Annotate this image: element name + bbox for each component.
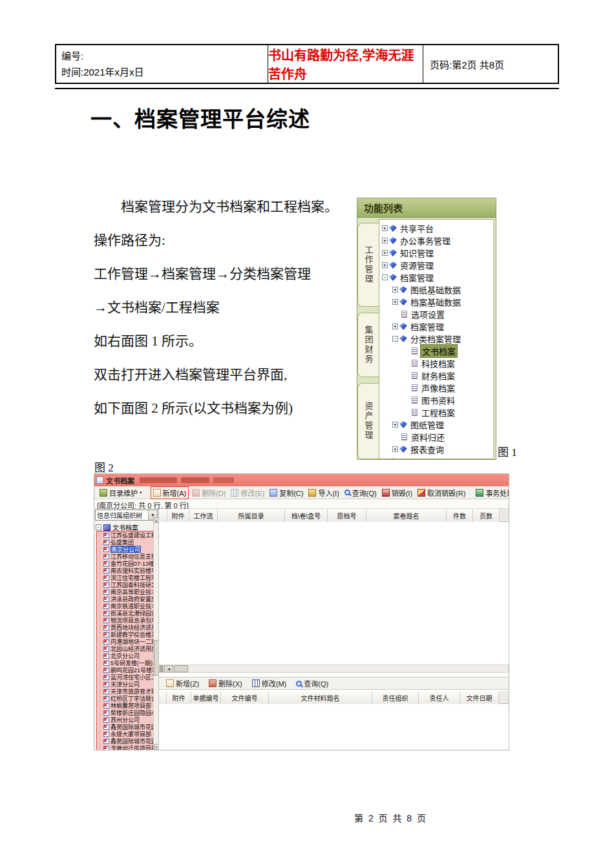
vertical-tab[interactable]: 工作管理 bbox=[357, 223, 379, 307]
expand-icon[interactable]: + bbox=[392, 446, 398, 452]
detail-toolbar-button-query[interactable]: 查询(Q) bbox=[294, 677, 330, 689]
tree-item[interactable]: -档案管理 bbox=[379, 271, 493, 284]
org-tree-item[interactable]: 新建教学综合楼及 bbox=[97, 631, 153, 638]
org-tree-item[interactable]: 鑫苑国际城市花园 bbox=[97, 723, 153, 730]
tree-item[interactable]: +档案管理 bbox=[379, 320, 493, 333]
org-tree-item[interactable]: 南农理科实验楼项 bbox=[97, 567, 153, 574]
tree-item[interactable]: +档案基础数据 bbox=[379, 296, 493, 308]
org-tree-item[interactable]: 物流项目总承包项 bbox=[97, 617, 153, 624]
column-header[interactable]: 附件 bbox=[167, 509, 189, 522]
org-tree-item[interactable]: 鹂鸣花园21号楼项 bbox=[97, 666, 153, 674]
scrollbar-thumb[interactable] bbox=[174, 665, 188, 672]
scroll-left-icon[interactable]: ◀ bbox=[164, 665, 173, 672]
org-tree-item[interactable]: 戈巷动迁房项目部 bbox=[97, 745, 153, 750]
column-header[interactable]: 页数 bbox=[473, 509, 500, 522]
org-tree-item[interactable]: 林枫馨苑项目部 bbox=[97, 702, 153, 709]
tree-item[interactable]: 财务档案 bbox=[379, 369, 493, 382]
org-tree-item[interactable]: 红桥区丁字沽联合 bbox=[97, 695, 153, 702]
tree-item[interactable]: 声像档案 bbox=[379, 382, 493, 394]
org-tree-item[interactable]: 苏州分公司 bbox=[97, 716, 153, 723]
org-tree-item[interactable]: 柴楼新庄园隐园4# bbox=[97, 709, 153, 716]
org-tree-item[interactable]: 内港湖地块一二期 bbox=[97, 638, 153, 645]
tree-item[interactable]: 科技档案 bbox=[379, 357, 493, 369]
expand-icon[interactable]: + bbox=[382, 459, 388, 459]
column-header[interactable]: 责任人 bbox=[419, 691, 460, 704]
column-header[interactable]: 单据编号 bbox=[191, 691, 221, 704]
expand-icon[interactable]: + bbox=[382, 238, 388, 243]
tree-item[interactable]: 选项设置 bbox=[379, 308, 493, 320]
column-header[interactable]: 附件 bbox=[167, 691, 191, 704]
toolbar-button-catalog[interactable]: 目录维护▾ bbox=[98, 487, 144, 499]
column-header[interactable]: 文件日期 bbox=[460, 691, 499, 704]
row-indicator-header[interactable] bbox=[159, 509, 167, 522]
column-header[interactable]: 责任组织 bbox=[372, 691, 419, 704]
column-header[interactable]: 件数 bbox=[447, 509, 473, 522]
expand-icon[interactable]: + bbox=[382, 225, 388, 231]
expand-icon[interactable]: + bbox=[392, 422, 398, 428]
org-tree-item[interactable]: 蓝河湾住宅小区二 bbox=[97, 674, 153, 681]
detail-toolbar-button-modify[interactable]: 修改(M) bbox=[250, 677, 289, 689]
org-tree-item[interactable]: 鑫苑国际城市花园 bbox=[97, 738, 153, 745]
vertical-tab[interactable]: 资产管理 bbox=[357, 383, 379, 459]
row-indicator-header[interactable] bbox=[159, 691, 167, 704]
tree-item[interactable]: 图书资料 bbox=[379, 394, 493, 406]
org-tree-item[interactable]: 北京分公司 bbox=[97, 652, 153, 659]
org-tree-item[interactable]: 南京高等职业技术 bbox=[97, 588, 153, 595]
toolbar-button-new[interactable]: 新增(A) bbox=[151, 486, 189, 499]
expand-icon[interactable]: + bbox=[392, 287, 398, 293]
tree-item[interactable]: -分类档案管理 bbox=[379, 333, 493, 345]
toolbar-button-modify[interactable]: 修改(E) bbox=[229, 487, 266, 499]
collapse-icon[interactable]: - bbox=[96, 524, 101, 530]
org-tree-scrollbar[interactable]: ▲ ▼ bbox=[153, 517, 158, 750]
scrollbar-thumb[interactable] bbox=[154, 640, 159, 676]
window-titlebar[interactable]: 文书档案 bbox=[94, 474, 509, 486]
org-tree-item[interactable]: 南京分公司 bbox=[97, 546, 153, 553]
org-tree-item[interactable]: 滨江住宅楼工程项 bbox=[97, 574, 153, 581]
expand-icon[interactable]: + bbox=[392, 324, 398, 329]
org-tree-item[interactable]: 天津市旅游育才职 bbox=[97, 688, 153, 695]
org-tree-item[interactable]: 郎溪县北港绿园安 bbox=[97, 610, 153, 617]
toolbar-button-copy[interactable]: 复制(C) bbox=[268, 487, 305, 499]
detail-toolbar-button-delete[interactable]: 删除(X) bbox=[207, 677, 244, 689]
tree-item[interactable]: +资源管理 bbox=[379, 259, 493, 271]
org-tree-item[interactable]: 洪泽县政府安置房 bbox=[97, 595, 153, 603]
column-header[interactable]: 工作流 bbox=[189, 509, 218, 522]
column-header[interactable]: 所属目录 bbox=[218, 509, 285, 522]
expand-icon[interactable]: + bbox=[382, 250, 388, 256]
scroll-up-icon[interactable]: ▲ bbox=[154, 517, 159, 523]
org-tree-item[interactable]: 北固山经济适用房 bbox=[97, 645, 153, 652]
column-header[interactable]: 文件编号 bbox=[221, 691, 269, 704]
org-tree-item[interactable]: 金竹花园07-13幢 bbox=[97, 560, 153, 567]
toolbar-button-delete[interactable]: 删除(D) bbox=[190, 487, 228, 499]
collapse-icon[interactable]: - bbox=[382, 274, 388, 280]
vertical-tab[interactable]: 集团财务 bbox=[357, 313, 379, 377]
column-header[interactable]: 文件材料题名 bbox=[269, 691, 372, 704]
tree-item[interactable]: +共享平台 bbox=[379, 222, 493, 234]
tree-item[interactable]: +图纸管理 bbox=[379, 418, 493, 431]
org-tree-item[interactable]: 天津分公司 bbox=[97, 681, 153, 688]
scroll-down-icon[interactable]: ▼ bbox=[154, 744, 159, 750]
tree-item[interactable]: 工程档案 bbox=[379, 406, 493, 418]
toolbar-button-import[interactable]: 导入(I) bbox=[306, 487, 341, 499]
toolbar-button-transaction[interactable]: 事务处理(T)▾ bbox=[474, 487, 509, 499]
tree-item[interactable]: +图纸基础数据 bbox=[379, 284, 493, 296]
horizontal-scrollbar[interactable]: ◀ bbox=[159, 665, 509, 673]
org-tree-item[interactable]: 南京铁道职业技术 bbox=[97, 603, 153, 610]
collapse-icon[interactable]: - bbox=[392, 336, 398, 342]
org-tree-item[interactable]: 5号研发楼(一期) bbox=[97, 659, 153, 666]
org-tree-item[interactable]: 江苏国泰科技研发 bbox=[97, 581, 153, 588]
tree-item[interactable]: +报表查询 bbox=[379, 443, 493, 455]
detail-toolbar-button-new[interactable]: 新增(Z) bbox=[164, 677, 201, 689]
expand-icon[interactable]: + bbox=[382, 262, 388, 268]
expand-icon[interactable]: + bbox=[392, 299, 398, 305]
org-tree-item[interactable]: 江苏弘盛建设工程 bbox=[97, 532, 153, 539]
toolbar-button-destroy[interactable]: 销毁(I) bbox=[380, 487, 414, 499]
org-tree-item[interactable]: 江苏移动信息支撑 bbox=[97, 553, 153, 560]
tree-item[interactable]: 文书档案 bbox=[379, 345, 493, 357]
org-tree-item[interactable]: 贾西地块经济适用 bbox=[97, 624, 153, 631]
toolbar-button-cancel-destroy[interactable]: 取消销毁(R) bbox=[416, 487, 467, 499]
tree-item[interactable]: + bbox=[379, 455, 493, 459]
tree-item[interactable]: 资料归还 bbox=[379, 431, 493, 443]
splitter-grip[interactable] bbox=[160, 665, 164, 672]
column-header[interactable]: 案卷题名 bbox=[366, 509, 447, 522]
